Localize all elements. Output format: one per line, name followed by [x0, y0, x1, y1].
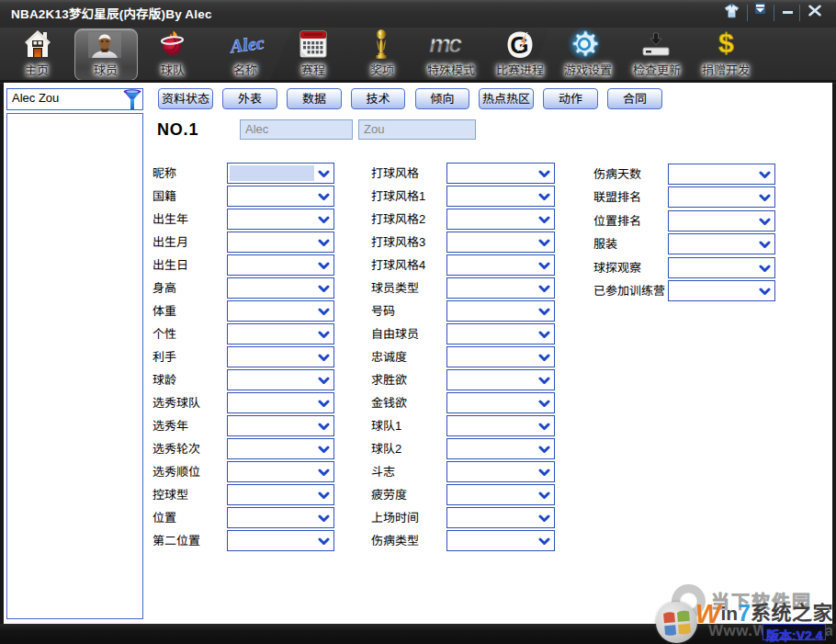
svg-text:$: $	[718, 28, 734, 56]
svg-text:mc: mc	[429, 32, 462, 58]
